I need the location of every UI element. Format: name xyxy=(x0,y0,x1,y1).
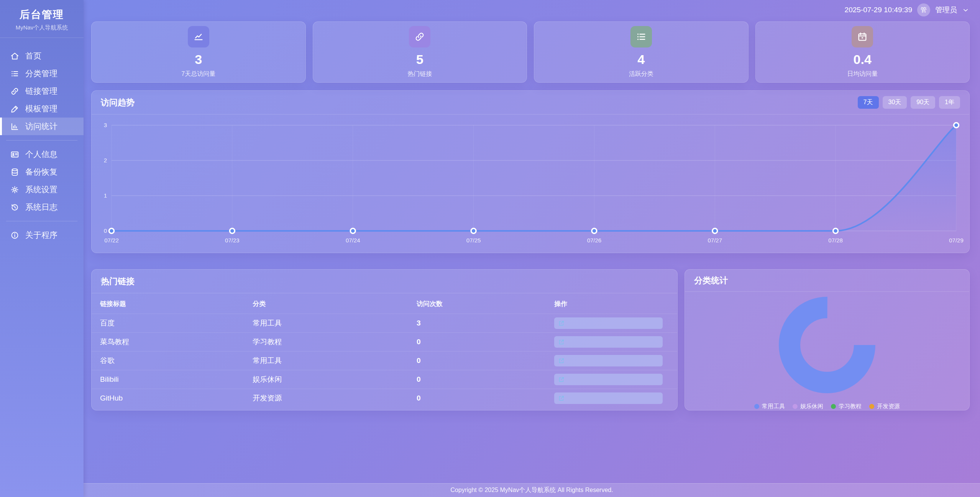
donut-legend: 常用工具娱乐休闲学习教程开发资源 xyxy=(754,403,900,410)
chevron-down-icon[interactable] xyxy=(962,7,969,14)
donut-chart-svg xyxy=(774,292,880,398)
category-title: 分类统计 xyxy=(694,275,728,286)
svg-text:3: 3 xyxy=(104,122,107,128)
stats-row: 37天总访问量5热门链接4活跃分类0.4日均访问量 xyxy=(91,21,970,83)
bottom-row: 热门链接 链接标题分类访问次数操作 百度常用工具3菜鸟教程学习教程0谷歌常用工具… xyxy=(91,269,970,410)
history-icon xyxy=(10,203,19,212)
stat-label: 活跃分类 xyxy=(629,70,653,78)
svg-text:2: 2 xyxy=(104,157,107,163)
range-button-30天[interactable]: 30天 xyxy=(883,96,907,109)
link-icon xyxy=(409,26,430,47)
link-title-cell: 百度 xyxy=(92,314,253,333)
sidebar-item-8[interactable]: 系统日志 xyxy=(0,198,84,216)
link-title-cell: GitHub xyxy=(92,389,253,408)
sidebar-item-2[interactable]: 链接管理 xyxy=(0,82,84,100)
category-stats-card: 分类统计 常用工具娱乐休闲学习教程开发资源 xyxy=(685,269,970,410)
main-area: 2025-07-29 10:49:39 管 管理员 37天总访问量5热门链接4活… xyxy=(84,0,980,497)
sidebar-item-9[interactable]: 关于程序 xyxy=(0,226,84,244)
open-link-button[interactable] xyxy=(554,317,663,329)
link-category-cell: 常用工具 xyxy=(253,314,417,333)
sidebar-item-1[interactable]: 分类管理 xyxy=(0,65,84,82)
sidebar-item-5[interactable]: 个人信息 xyxy=(0,146,84,163)
legend-item-1[interactable]: 娱乐休闲 xyxy=(793,403,823,410)
link-action-cell xyxy=(554,351,677,370)
legend-label: 开发资源 xyxy=(877,403,900,410)
open-link-button[interactable] xyxy=(554,336,663,348)
sidebar-item-4[interactable]: 访问统计 xyxy=(0,118,84,135)
calendar-icon xyxy=(852,26,873,47)
link-visits-cell: 0 xyxy=(417,333,554,351)
sidebar-item-7[interactable]: 系统设置 xyxy=(0,181,84,198)
open-link-button[interactable] xyxy=(554,374,663,385)
line-chart-icon xyxy=(188,26,209,47)
legend-item-2[interactable]: 学习教程 xyxy=(831,403,862,410)
external-link-icon xyxy=(558,339,565,345)
hot-links-table: 链接标题分类访问次数操作 百度常用工具3菜鸟教程学习教程0谷歌常用工具0Bili… xyxy=(92,293,677,408)
range-button-7天[interactable]: 7天 xyxy=(858,96,879,109)
stat-label: 7天总访问量 xyxy=(181,70,215,78)
list-icon xyxy=(630,26,652,47)
table-row: Bilibili娱乐休闲0 xyxy=(92,370,677,389)
stat-label: 日均访问量 xyxy=(847,70,878,78)
stat-value: 4 xyxy=(637,52,645,67)
nav-divider xyxy=(6,140,77,141)
visit-trend-card: 访问趋势 7天30天90天1年 012307/2207/2307/2407/25… xyxy=(91,90,970,253)
sidebar-nav: 首页分类管理链接管理模板管理访问统计个人信息备份恢复系统设置系统日志关于程序 xyxy=(0,38,84,244)
svg-text:0: 0 xyxy=(104,227,107,234)
svg-text:07/23: 07/23 xyxy=(225,237,240,244)
stat-card-2: 4活跃分类 xyxy=(534,21,749,83)
legend-dot xyxy=(831,404,836,409)
link-title-cell: 菜鸟教程 xyxy=(92,333,253,351)
svg-text:1: 1 xyxy=(104,192,107,199)
open-link-button[interactable] xyxy=(554,355,663,366)
range-button-1年[interactable]: 1年 xyxy=(939,96,960,109)
link-action-cell xyxy=(554,370,677,389)
legend-item-3[interactable]: 开发资源 xyxy=(869,403,900,410)
legend-label: 娱乐休闲 xyxy=(800,403,823,410)
range-button-90天[interactable]: 90天 xyxy=(911,96,935,109)
external-link-icon xyxy=(558,376,565,383)
table-row: 百度常用工具3 xyxy=(92,314,677,333)
category-header: 分类统计 xyxy=(685,270,969,292)
info-icon xyxy=(10,231,19,240)
link-visits-cell: 0 xyxy=(417,351,554,370)
link-visits-cell: 0 xyxy=(417,389,554,408)
open-link-button[interactable] xyxy=(554,392,663,404)
legend-item-0[interactable]: 常用工具 xyxy=(754,403,785,410)
link-action-cell xyxy=(554,314,677,333)
username[interactable]: 管理员 xyxy=(935,5,957,15)
legend-dot xyxy=(869,404,874,409)
legend-label: 常用工具 xyxy=(762,403,785,410)
dashboard-content: 37天总访问量5热门链接4活跃分类0.4日均访问量 访问趋势 7天30天90天1… xyxy=(84,20,980,483)
external-link-icon xyxy=(558,320,565,327)
legend-label: 学习教程 xyxy=(839,403,862,410)
sidebar-item-label: 个人信息 xyxy=(25,149,57,160)
sidebar-item-label: 访问统计 xyxy=(25,121,57,132)
table-row: GitHub开发资源0 xyxy=(92,389,677,408)
sidebar-item-0[interactable]: 首页 xyxy=(0,47,84,65)
database-icon xyxy=(10,168,19,177)
table-head: 链接标题分类访问次数操作 xyxy=(92,293,677,314)
svg-text:07/25: 07/25 xyxy=(466,237,481,244)
link-visits-cell: 0 xyxy=(417,370,554,389)
svg-text:07/26: 07/26 xyxy=(587,237,602,244)
trend-card-header: 访问趋势 7天30天90天1年 xyxy=(92,91,969,114)
avatar[interactable]: 管 xyxy=(917,3,930,16)
sidebar-item-3[interactable]: 模板管理 xyxy=(0,100,84,118)
svg-text:07/28: 07/28 xyxy=(828,237,843,244)
donut-chart: 常用工具娱乐休闲学习教程开发资源 xyxy=(685,292,969,410)
sidebar-item-label: 备份恢复 xyxy=(25,167,57,177)
svg-text:07/24: 07/24 xyxy=(346,237,360,244)
legend-dot xyxy=(793,404,798,409)
line-chart: 012307/2207/2307/2407/2507/2607/2707/280… xyxy=(92,114,969,253)
sidebar-item-6[interactable]: 备份恢复 xyxy=(0,163,84,181)
app-subtitle: MyNav个人导航系统 xyxy=(3,24,80,31)
datetime-text: 2025-07-29 10:49:39 xyxy=(845,6,912,14)
sidebar-item-label: 模板管理 xyxy=(25,103,57,114)
sidebar-item-label: 关于程序 xyxy=(25,230,57,240)
hot-links-header: 热门链接 xyxy=(92,270,677,293)
stat-value: 5 xyxy=(416,52,424,67)
sidebar-header: 后台管理 MyNav个人导航系统 xyxy=(0,0,84,38)
external-link-icon xyxy=(558,358,565,364)
stat-card-0: 37天总访问量 xyxy=(91,21,306,83)
